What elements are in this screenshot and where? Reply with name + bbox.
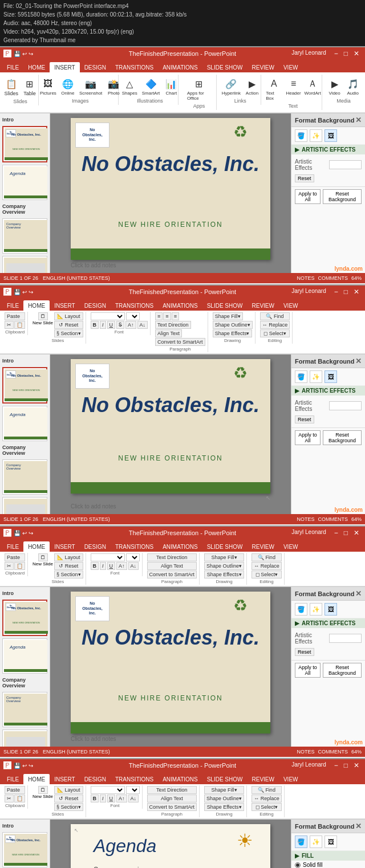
header-btn-1[interactable]: ≡ Header — [285, 76, 302, 102]
shape-outline-3[interactable]: Shape Outline▾ — [204, 562, 244, 570]
text-btn-1[interactable]: A Text Box — [264, 76, 283, 102]
tab-home-3[interactable]: HOME — [23, 541, 50, 552]
cut-btn-4[interactable]: ✂ — [5, 794, 14, 802]
replace-btn-3[interactable]: ↔ Replace — [252, 562, 282, 570]
video-btn-1[interactable]: ▶ Video — [326, 76, 343, 97]
paste-btn-4[interactable]: Paste — [5, 786, 25, 794]
replace-btn-4[interactable]: ↔ Replace — [252, 794, 282, 802]
close-btn-1[interactable]: ✕ — [351, 50, 362, 58]
align-text-btn-2[interactable]: Align Text — [155, 329, 182, 337]
tab-insert-4[interactable]: INSERT — [50, 774, 80, 784]
tab-home-2[interactable]: HOME — [23, 300, 50, 311]
bold-btn-4[interactable]: B — [91, 794, 99, 802]
tab-file-4[interactable]: FILE — [2, 774, 23, 784]
font-size-3[interactable] — [126, 553, 140, 561]
tab-view-4[interactable]: VIEW — [279, 774, 303, 784]
slide-thumb-1-4[interactable]: 4 — [2, 256, 47, 273]
fontsize-up-3[interactable]: A↑ — [116, 562, 127, 570]
effects-icon-btn-4[interactable]: ✨ — [310, 836, 322, 848]
italic-btn-2[interactable]: I — [100, 321, 106, 329]
slide-thumb-3-1[interactable]: 1 NoObstacles No Obstacles, Inc. NEW HIR… — [2, 600, 47, 636]
tab-home-1[interactable]: HOME — [23, 62, 50, 72]
minimize-btn-4[interactable]: − — [332, 761, 340, 769]
text-dir-btn-2[interactable]: Text Direction — [155, 321, 191, 329]
tab-animations-4[interactable]: ANIMATIONS — [158, 774, 202, 784]
tab-animations-1[interactable]: ANIMATIONS — [158, 62, 202, 72]
layout-btn-4[interactable]: 📐 Layout — [54, 786, 83, 794]
fill-section-header-4[interactable]: ▶ FILL — [291, 851, 365, 861]
section-btn-3[interactable]: § Section▾ — [54, 570, 83, 578]
effects-dropdown-3[interactable] — [329, 634, 362, 643]
picture-icon-btn-3[interactable]: 🖼 — [325, 603, 337, 616]
tab-design-1[interactable]: DESIGN — [80, 62, 111, 72]
bold-btn-2[interactable]: B — [91, 321, 99, 329]
fill-icon-btn-1[interactable]: 🪣 — [295, 129, 307, 142]
window-controls-2[interactable]: Jaryl Leonard − □ ✕ — [291, 288, 362, 296]
tab-review-4[interactable]: REVIEW — [247, 774, 278, 784]
format-panel-close-1[interactable]: ✕ — [355, 116, 362, 124]
fill-icon-btn-3[interactable]: 🪣 — [295, 603, 307, 616]
apply-all-btn-2[interactable]: Apply to All — [295, 430, 321, 445]
window-controls-1[interactable]: Jaryl Leonard − □ ✕ — [291, 50, 362, 58]
reset-bg-btn-3[interactable]: Reset Background — [323, 663, 362, 678]
shape-fill-4[interactable]: Shape Fill▾ — [204, 786, 244, 794]
reset-btn-1[interactable]: Reset — [295, 174, 314, 182]
tab-slideshow-3[interactable]: SLIDE SHOW — [202, 541, 248, 552]
text-dir-4[interactable]: Text Direction — [147, 786, 197, 794]
shape-effects-2[interactable]: Shape Effects▾ — [213, 329, 252, 337]
pictures-btn-1[interactable]: 🖼 Pictures — [38, 76, 58, 97]
solid-fill-radio[interactable] — [295, 862, 301, 868]
effects-dropdown-2[interactable] — [329, 401, 362, 410]
underline-btn-2[interactable]: U — [107, 321, 116, 329]
shape-fill-3[interactable]: Shape Fill▾ — [204, 553, 244, 561]
tab-insert-2[interactable]: INSERT — [50, 300, 80, 311]
tab-view-2[interactable]: VIEW — [279, 300, 303, 311]
maximize-btn-1[interactable]: □ — [342, 50, 350, 58]
italic-btn-4[interactable]: I — [100, 794, 106, 802]
artistic-effects-header-3[interactable]: ▶ ARTISTIC EFFECTS — [291, 618, 365, 628]
cut-btn-3[interactable]: ✂ — [5, 562, 14, 570]
smartart-btn-1[interactable]: 🔷 SmartArt — [140, 76, 162, 97]
fontsize-down-4[interactable]: A↓ — [128, 794, 139, 802]
strikethrough-btn-2[interactable]: S̶ — [116, 321, 124, 329]
apply-all-btn-3[interactable]: Apply to All — [295, 663, 321, 678]
new-slide-btn-2[interactable]: 🗒 — [38, 312, 48, 320]
picture-icon-btn-1[interactable]: 🖼 — [325, 129, 337, 142]
copy-btn-3[interactable]: 📋 — [14, 562, 25, 570]
tab-home-4[interactable]: HOME — [23, 774, 50, 784]
format-panel-close-2[interactable]: ✕ — [355, 357, 362, 365]
layout-btn-2[interactable]: 📐 Layout — [54, 312, 83, 320]
select-btn-2[interactable]: ◻ Select▾ — [260, 329, 290, 337]
fontsize-down-3[interactable]: A↓ — [128, 562, 139, 570]
tab-transitions-3[interactable]: TRANSITIONS — [111, 541, 158, 552]
font-size-4[interactable] — [126, 786, 140, 794]
align-left-2[interactable]: ≡ — [155, 312, 163, 320]
tab-view-3[interactable]: VIEW — [279, 541, 303, 552]
new-slide-btn-3[interactable]: 🗒 — [38, 553, 48, 561]
convert-smartart-2[interactable]: Convert to SmartArt — [155, 338, 205, 346]
font-family-3[interactable] — [91, 553, 125, 561]
effects-icon-btn-3[interactable]: ✨ — [310, 603, 322, 616]
tab-slideshow-4[interactable]: SLIDE SHOW — [202, 774, 248, 784]
tab-design-3[interactable]: DESIGN — [80, 541, 111, 552]
tab-file-1[interactable]: FILE — [2, 62, 23, 72]
slide-thumb-1-2[interactable]: 2 Agenda — [2, 165, 47, 200]
select-btn-3[interactable]: ◻ Select▾ — [252, 570, 282, 578]
shape-outline-2[interactable]: Shape Outline▾ — [213, 321, 253, 329]
fontsize-up-btn-2[interactable]: A↑ — [125, 321, 136, 329]
hyperlink-btn-1[interactable]: 🔗 Hyperlink — [220, 76, 242, 97]
copy-btn-4[interactable]: 📋 — [14, 794, 25, 802]
reset-bg-btn-1[interactable]: Reset Background — [323, 189, 362, 204]
effects-icon-btn-2[interactable]: ✨ — [310, 370, 322, 383]
table-btn-1[interactable]: ⊞ Table — [21, 76, 38, 97]
select-btn-4[interactable]: ◻ Select▾ — [252, 803, 282, 811]
shape-effects-4[interactable]: Shape Effects▾ — [204, 803, 244, 811]
artistic-effects-header-1[interactable]: ▶ ARTISTIC EFFECTS — [291, 145, 365, 154]
font-family-4[interactable] — [91, 786, 125, 794]
tab-insert-3[interactable]: INSERT — [50, 541, 80, 552]
tab-animations-3[interactable]: ANIMATIONS — [158, 541, 202, 552]
underline-btn-3[interactable]: U — [107, 562, 116, 570]
layout-btn-3[interactable]: 📐 Layout — [54, 553, 83, 561]
tab-transitions-4[interactable]: TRANSITIONS — [111, 774, 158, 784]
copy-btn-2[interactable]: 📋 — [14, 321, 25, 329]
